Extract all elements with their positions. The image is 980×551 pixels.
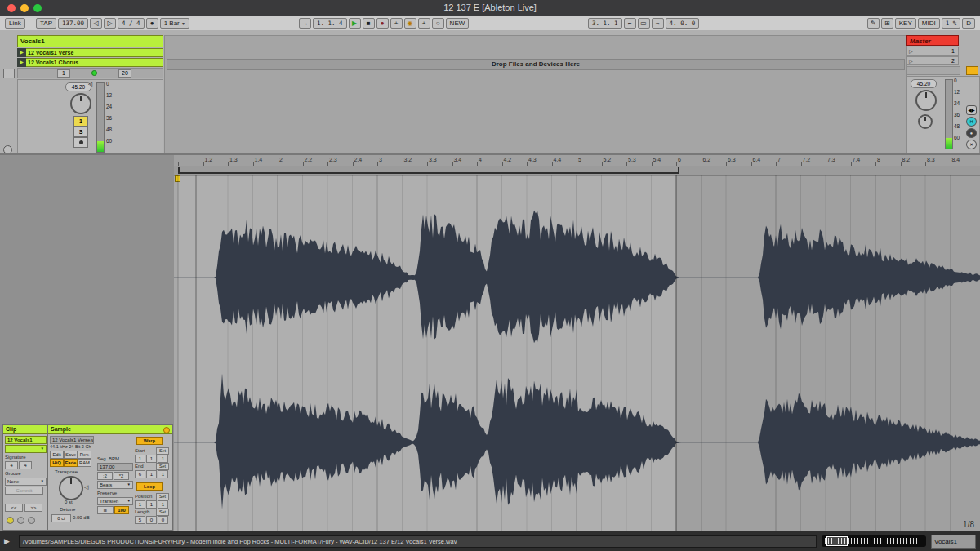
record-button[interactable]: ● — [376, 18, 389, 29]
drop-files-hint[interactable]: Drop Files and Devices Here — [167, 59, 905, 70]
end-value[interactable]: 611 — [135, 470, 168, 478]
beat-time-ruler[interactable]: 1.21.31.422.22.32.433.23.33.444.24.34.45… — [174, 155, 980, 167]
loop-switch-button[interactable]: ▭ — [638, 18, 650, 29]
number-box[interactable]: 1 — [135, 455, 145, 463]
clip-color-chooser[interactable]: ▼ — [5, 445, 47, 453]
volume-knob[interactable] — [70, 93, 91, 114]
ram-button[interactable]: RAM — [78, 459, 91, 467]
scene-slot[interactable]: ▷1 — [906, 47, 959, 56]
preview-speaker-icon[interactable]: ◁ — [84, 484, 88, 491]
envelope-box-toggle[interactable] — [17, 517, 24, 524]
number-box[interactable]: 1 — [158, 470, 168, 478]
clip-box-toggle[interactable] — [7, 517, 14, 524]
capture-midi-button[interactable]: + — [418, 18, 430, 29]
arm-button[interactable] — [74, 137, 88, 148]
edit-button[interactable]: Edit — [50, 451, 64, 459]
groove-amount-button[interactable]: ● — [146, 18, 158, 29]
new-button[interactable]: NEW — [446, 18, 470, 29]
clip-slot[interactable]: ▶12 Vocals1 Chorus — [17, 58, 163, 67]
start-set-button[interactable]: Set — [156, 447, 169, 455]
tap-tempo-button[interactable]: TAP — [36, 18, 56, 29]
fade-button[interactable]: Fade — [64, 459, 78, 467]
sample-box-toggle[interactable] — [28, 517, 35, 524]
track-header[interactable]: Vocals1 — [17, 35, 163, 47]
quantization-menu[interactable]: 1 Bar ▼ — [160, 18, 189, 29]
half-tempo-button[interactable]: :2 — [97, 472, 113, 480]
nudge-forward-button[interactable]: >> — [24, 504, 42, 512]
cue-volume-knob[interactable] — [918, 114, 933, 129]
nudge-down-button[interactable]: ◁ — [90, 18, 102, 29]
current-track-tab[interactable]: Vocals1 — [931, 535, 976, 549]
midi-map-button[interactable]: MIDI — [918, 18, 940, 29]
length-value[interactable]: 500 — [135, 516, 168, 524]
signature-numerator-field[interactable]: 4 — [5, 461, 18, 469]
master-volume-display[interactable]: 45.20 — [911, 79, 937, 88]
clip-name-field[interactable]: 12 Vocals1 — [5, 436, 47, 444]
number-box[interactable]: 1 — [135, 500, 145, 509]
length-set-button[interactable]: Set — [156, 509, 169, 516]
double-tempo-button[interactable]: *2 — [114, 472, 129, 480]
preview-play-icon[interactable]: ▶ — [4, 537, 14, 545]
io-to-field[interactable]: 20 — [118, 69, 131, 78]
hiq-button[interactable]: HiQ — [50, 459, 64, 467]
punch-in-button[interactable]: ⌐ — [624, 18, 636, 29]
groove-chooser[interactable]: None▼ — [5, 478, 47, 486]
track-activator-button[interactable]: 1 — [74, 116, 88, 127]
master-dot-button[interactable]: ● — [966, 128, 977, 138]
save-button[interactable]: Save — [64, 451, 78, 459]
loop-brace[interactable] — [178, 167, 679, 174]
start-value[interactable]: 111 — [135, 455, 168, 463]
number-box[interactable]: 1 — [146, 455, 157, 463]
transpose-knob[interactable] — [59, 476, 83, 500]
master-volume-knob[interactable] — [915, 90, 937, 111]
nudge-back-button[interactable]: << — [5, 504, 23, 512]
position-value[interactable]: 111 — [135, 500, 168, 509]
master-header[interactable]: Master — [906, 35, 959, 46]
number-box[interactable]: 0 — [158, 516, 168, 524]
transients-chooser[interactable]: Transien▼ — [97, 497, 133, 505]
transient-loop-mode-button[interactable]: ≣ — [97, 506, 114, 514]
waveform-display[interactable] — [174, 175, 980, 533]
automation-arm-button[interactable]: ◉ — [404, 18, 416, 29]
revert-button[interactable]: Rev. — [78, 451, 91, 459]
overview-selection[interactable] — [826, 536, 848, 546]
number-box[interactable]: 5 — [135, 516, 145, 524]
io-from-field[interactable]: 1 — [57, 69, 70, 78]
master-io-field[interactable] — [906, 66, 960, 75]
clip-launch-button[interactable]: ▶ — [17, 58, 26, 67]
seg-bpm-field[interactable]: 137.00 — [97, 463, 133, 471]
number-box[interactable]: 1 — [146, 500, 157, 509]
commit-button[interactable]: Commit — [5, 487, 43, 495]
warp-mode-chooser[interactable]: Beats▼ — [97, 481, 133, 489]
transient-resolution-field[interactable]: 100 — [114, 506, 129, 514]
overdub-button[interactable]: + — [390, 18, 403, 29]
detune-field[interactable]: 0 ct — [51, 514, 71, 522]
number-box[interactable]: 6 — [135, 470, 145, 478]
key-map-button[interactable]: KEY — [895, 18, 916, 29]
play-button[interactable]: ▶ — [349, 18, 361, 29]
zoom-window-button[interactable] — [33, 4, 42, 12]
arrangement-overview[interactable] — [822, 535, 926, 547]
link-button[interactable]: Link — [5, 18, 25, 29]
solo-button[interactable]: S — [74, 127, 88, 137]
number-box[interactable]: 1 — [158, 500, 168, 509]
loop-length-field[interactable]: 4. 0. 0 — [666, 18, 700, 29]
session-record-button[interactable]: ○ — [432, 18, 444, 29]
arrangement-position-field[interactable]: 1. 1. 4 — [313, 18, 347, 29]
stop-all-clips-master-button[interactable] — [966, 66, 978, 75]
stop-button[interactable]: ■ — [363, 18, 375, 29]
draw-mode-button[interactable]: ✎ — [867, 18, 880, 29]
number-box[interactable]: 0 — [146, 516, 157, 524]
close-window-button[interactable] — [7, 4, 16, 12]
punch-out-button[interactable]: ¬ — [652, 18, 664, 29]
clip-slot[interactable]: ▶12 Vocals1 Verse — [17, 48, 163, 57]
loop-button[interactable]: Loop — [136, 482, 163, 491]
signature-denominator-field[interactable]: 4 — [19, 461, 32, 469]
minimize-window-button[interactable] — [20, 4, 29, 12]
loop-start-field[interactable]: 3. 1. 1 — [588, 18, 622, 29]
number-box[interactable]: 1 — [146, 470, 157, 478]
sample-file-name[interactable]: 12 Vocals1 Verse.w — [50, 436, 94, 444]
cue-headphones-button[interactable]: H — [966, 117, 977, 127]
stop-all-clips-button[interactable] — [3, 69, 15, 78]
scene-slot[interactable]: ▷2 — [906, 56, 959, 65]
